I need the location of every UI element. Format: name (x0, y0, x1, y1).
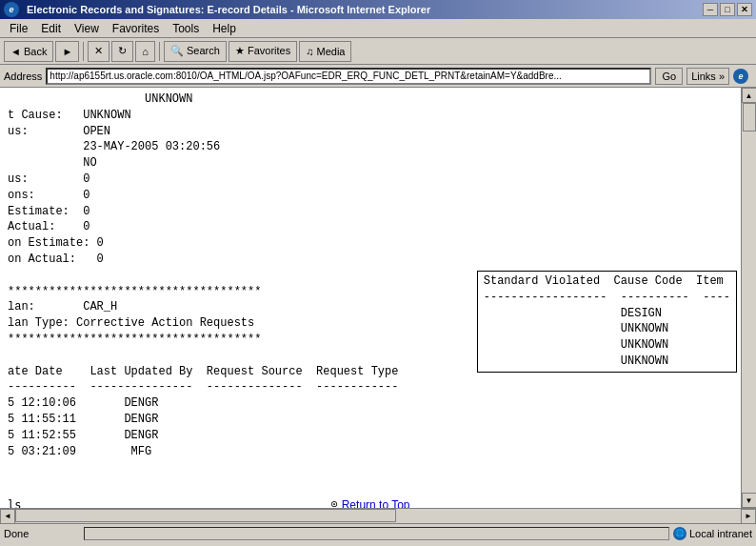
menu-file[interactable]: File (4, 20, 33, 37)
maximize-button[interactable]: □ (720, 3, 735, 16)
hscroll-left-button[interactable]: ◄ (0, 509, 15, 524)
table-row: 5 03:21:09 MFG (8, 445, 151, 458)
table-row: 5 12:10:06 DENGR (8, 396, 158, 410)
footer-left-text: ls (8, 498, 21, 508)
hscroll-right-button[interactable]: ► (741, 509, 756, 524)
app-icon: e (4, 2, 19, 17)
vertical-scrollbar[interactable]: ▲ ▼ (741, 88, 756, 508)
home-button[interactable]: ⌂ (135, 41, 155, 62)
favorites-button[interactable]: ★ Favorites (229, 41, 297, 62)
status-progress-bar (84, 527, 669, 540)
back-button[interactable]: ◄ Back (4, 41, 53, 62)
globe-icon: 🌐 (673, 527, 686, 540)
table-header-sep: ---------- --------------- -------------… (8, 380, 398, 394)
address-label: Address (4, 71, 42, 82)
status-intranet-text: Local intranet (689, 528, 752, 539)
forward-button[interactable]: ► (55, 41, 79, 62)
go-button[interactable]: Go (655, 68, 683, 85)
stop-button[interactable]: ✕ (88, 41, 109, 62)
return-to-top-link[interactable]: Return to Top (342, 498, 410, 508)
horizontal-scrollbar[interactable]: ◄ ► (0, 508, 756, 523)
menu-tools[interactable]: Tools (167, 20, 205, 37)
content-area: UNKNOWN t Cause: UNKNOWN us: OPEN 23-MAY… (0, 88, 741, 508)
table-row: 5 11:55:11 DENGR (8, 413, 158, 426)
menu-favorites[interactable]: Favorites (107, 20, 165, 37)
scroll-track[interactable] (742, 103, 756, 493)
right-table-content: Standard Violated Cause Code Item ------… (484, 273, 730, 370)
toolbar: ◄ Back ► ✕ ↻ ⌂ 🔍 Search ★ Favorites ♫ Me… (0, 38, 756, 65)
address-bar: Address Go Links » e (0, 65, 756, 88)
menu-view[interactable]: View (69, 20, 105, 37)
ie-logo: e (733, 69, 748, 84)
menu-edit[interactable]: Edit (35, 20, 67, 37)
status-done-text: Done (4, 528, 80, 539)
menu-help[interactable]: Help (207, 20, 242, 37)
table-row: 5 11:52:55 DENGR (8, 429, 158, 442)
refresh-button[interactable]: ↻ (111, 41, 133, 62)
minimize-button[interactable]: ─ (703, 3, 718, 16)
status-intranet: 🌐 Local intranet (673, 527, 752, 540)
address-input[interactable] (46, 68, 651, 85)
title-bar: e Electronic Records and Signatures: E-r… (0, 0, 756, 19)
return-to-top-row: ls ⊙ Return to Top (8, 497, 733, 508)
up-arrow-icon: ⊙ (330, 497, 337, 508)
media-button[interactable]: ♫ Media (299, 41, 351, 62)
right-table: Standard Violated Cause Code Item ------… (477, 271, 737, 373)
links-button[interactable]: Links » (686, 68, 729, 85)
status-bar: Done 🌐 Local intranet (0, 523, 756, 542)
hscroll-track[interactable] (15, 509, 741, 523)
search-button[interactable]: 🔍 Search (164, 41, 227, 62)
scroll-up-button[interactable]: ▲ (742, 88, 757, 103)
hscroll-thumb[interactable] (15, 509, 396, 522)
content-wrapper: UNKNOWN t Cause: UNKNOWN us: OPEN 23-MAY… (0, 88, 756, 508)
close-button[interactable]: ✕ (737, 3, 752, 16)
scroll-thumb[interactable] (743, 103, 756, 131)
table-header-row: ate Date Last Updated By Request Source … (8, 365, 398, 378)
scroll-down-button[interactable]: ▼ (742, 493, 757, 508)
menu-bar: File Edit View Favorites Tools Help (0, 19, 756, 38)
window-title: Electronic Records and Signatures: E-rec… (27, 4, 430, 15)
